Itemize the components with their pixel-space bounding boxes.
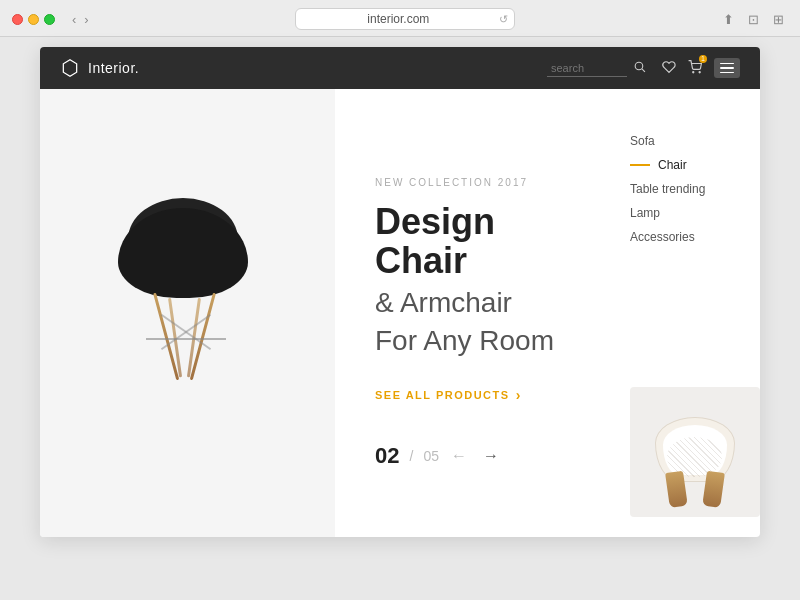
site-main: NEW COLLECTION 2017 Design Chair & Armch… (40, 89, 760, 537)
page-total: 05 (423, 448, 439, 464)
right-panel: Sofa Chair Table trending Lamp Accessori… (620, 89, 760, 537)
menu-line-3 (720, 72, 734, 74)
nav-icons: 1 (662, 58, 740, 78)
thumbnail-chair-image (630, 387, 760, 517)
menu-line-2 (720, 67, 734, 69)
svg-point-1 (635, 62, 643, 70)
category-item-table[interactable]: Table trending (630, 177, 740, 201)
cta-link[interactable]: SEE ALL PRODUCTS › (375, 387, 590, 403)
browser-titlebar: ‹ › interior.com ↺ ⬆ ⊡ ⊞ (0, 0, 800, 36)
main-chair-image (88, 198, 288, 428)
grid-button[interactable]: ⊞ (769, 10, 788, 29)
svg-marker-0 (63, 60, 76, 77)
category-active-indicator (630, 164, 650, 166)
site-nav: Interior. 1 (40, 47, 760, 89)
cta-text: SEE ALL PRODUCTS (375, 389, 510, 401)
hero-title-line1: Design Chair (375, 202, 590, 281)
hero-title-line3: For Any Room (375, 323, 590, 359)
category-label-accessories: Accessories (630, 230, 695, 244)
logo-text: Interior. (88, 60, 139, 76)
hero-title-line2: & Armchair (375, 285, 590, 321)
search-icon[interactable] (633, 60, 646, 76)
cta-arrow-icon: › (516, 387, 522, 403)
forward-button[interactable]: › (81, 11, 91, 28)
refresh-icon[interactable]: ↺ (499, 13, 508, 26)
toolbar-right: ⬆ ⊡ ⊞ (719, 10, 788, 29)
wishlist-icon[interactable] (662, 60, 676, 77)
page-current: 02 (375, 443, 399, 469)
page-next-button[interactable]: → (479, 445, 503, 467)
category-label-table: Table trending (630, 182, 705, 196)
search-area (547, 60, 646, 77)
browser-chrome: ‹ › interior.com ↺ ⬆ ⊡ ⊞ (0, 0, 800, 37)
category-label-chair: Chair (658, 158, 687, 172)
chair-legs (108, 293, 268, 423)
collection-label: NEW COLLECTION 2017 (375, 177, 590, 188)
minimize-button[interactable] (28, 14, 39, 25)
url-text: interior.com (367, 12, 429, 26)
category-item-lamp[interactable]: Lamp (630, 201, 740, 225)
cart-icon[interactable]: 1 (688, 60, 702, 77)
category-item-sofa[interactable]: Sofa (630, 129, 740, 153)
page-prev-button[interactable]: ← (447, 445, 471, 467)
address-bar-container: interior.com ↺ (100, 8, 711, 30)
pagination-area: 02 / 05 ← → (375, 443, 590, 469)
back-button[interactable]: ‹ (69, 11, 79, 28)
share-button[interactable]: ⬆ (719, 10, 738, 29)
svg-point-4 (699, 71, 700, 72)
nav-buttons: ‹ › (69, 11, 92, 28)
website: Interior. 1 (40, 47, 760, 537)
leg-cross (146, 338, 226, 340)
logo-icon (60, 58, 80, 78)
left-panel (40, 89, 335, 537)
shell-leg-right (702, 471, 725, 508)
svg-point-3 (693, 71, 694, 72)
cart-badge: 1 (699, 55, 707, 63)
logo-area: Interior. (60, 58, 139, 78)
traffic-lights (12, 14, 55, 25)
close-button[interactable] (12, 14, 23, 25)
duplicate-button[interactable]: ⊡ (744, 10, 763, 29)
maximize-button[interactable] (44, 14, 55, 25)
categories-list: Sofa Chair Table trending Lamp Accessori… (630, 129, 740, 249)
page-separator: / (409, 448, 413, 464)
address-bar[interactable]: interior.com ↺ (295, 8, 515, 30)
menu-button[interactable] (714, 58, 740, 78)
category-item-accessories[interactable]: Accessories (630, 225, 740, 249)
menu-line-1 (720, 63, 734, 65)
shell-chair (645, 397, 745, 507)
center-content: NEW COLLECTION 2017 Design Chair & Armch… (335, 89, 620, 537)
category-item-chair[interactable]: Chair (630, 153, 740, 177)
search-input[interactable] (547, 60, 627, 77)
category-label-sofa: Sofa (630, 134, 655, 148)
category-label-lamp: Lamp (630, 206, 660, 220)
svg-line-2 (642, 69, 645, 72)
